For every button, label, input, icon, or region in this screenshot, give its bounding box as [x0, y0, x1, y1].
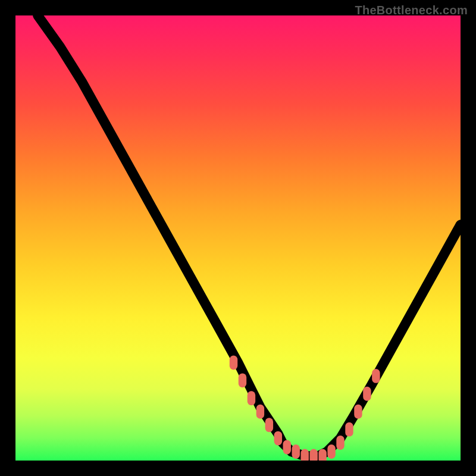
marker-dot	[363, 387, 371, 401]
marker-dot	[345, 422, 353, 437]
plot-area	[15, 15, 461, 461]
marker-dot	[248, 391, 255, 405]
marker-dot	[327, 444, 335, 459]
marker-dot	[265, 418, 273, 432]
marker-dot	[256, 405, 264, 419]
marker-dot	[283, 440, 291, 455]
marker-dot	[354, 405, 362, 419]
marker-dot	[309, 449, 317, 461]
marker-dot	[230, 355, 237, 369]
marker-dot	[300, 449, 308, 461]
marker-dot	[239, 373, 246, 387]
marker-dot	[372, 369, 380, 383]
bottleneck-curve	[37, 15, 461, 456]
watermark-text: TheBottleneck.com	[355, 4, 468, 17]
chart-frame: TheBottleneck.com	[0, 0, 476, 476]
marker-dot	[318, 449, 326, 461]
marker-dot	[336, 436, 344, 450]
marker-dot	[274, 431, 282, 446]
curve-svg	[15, 15, 461, 461]
marker-dot	[292, 444, 300, 459]
marker-group	[230, 355, 380, 461]
